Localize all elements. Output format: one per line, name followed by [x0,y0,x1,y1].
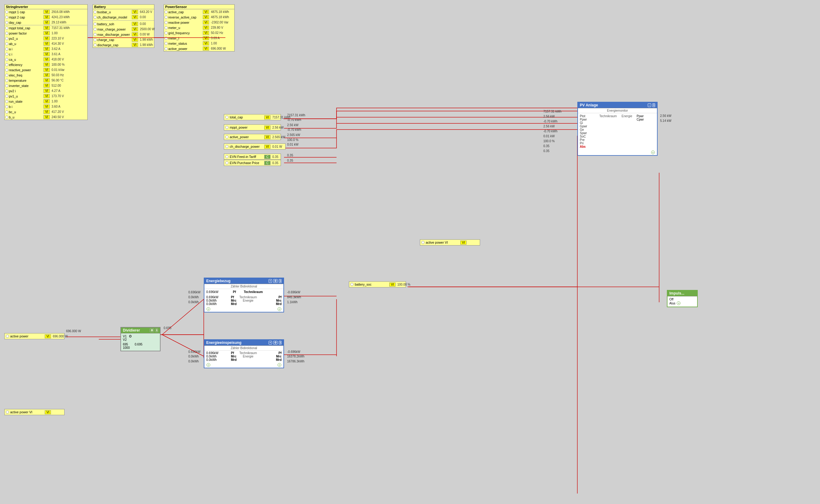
pv-wire-4: 2.56 kW [543,125,555,128]
connector-dot[interactable] [93,16,97,19]
connector-dot[interactable] [5,37,8,40]
plus-left2[interactable]: + [207,363,210,367]
connector-dot[interactable] [164,42,168,45]
pv-wire-2: 2.56 kW [543,115,555,118]
connector-dot[interactable] [5,16,8,19]
plus-left[interactable]: + [207,307,210,311]
connector-dot[interactable] [93,38,97,41]
info-icon[interactable]: ℹ [155,328,158,332]
wire-label-mppt: 2.56 kW [287,123,299,127]
energieeinspeisung-block: Energieeinspeisung + ⚙ ℹ Zähler Bidirekt… [204,339,284,368]
impuls-plus[interactable]: + [677,301,681,305]
list-item: battery_soh VI 0.00 [93,21,154,27]
dividierer-title: Dividierer ⚙ ℹ [121,328,160,333]
settings-icon2[interactable]: ⚙ [273,279,278,283]
energieeinspeisung-title: Energieeinspeisung + ⚙ ℹ [204,340,284,346]
connector-dot[interactable] [164,37,168,40]
list-item: meter_i VI 3.69 A [164,35,234,41]
ee-in-mrc: 0.0kWh [188,355,199,358]
connector-dot[interactable] [6,411,9,414]
o-label: O [129,335,131,338]
energiebezug-subtitle: Zähler Bidirektional [204,284,284,289]
connector-dot[interactable] [226,155,229,158]
connector-dot[interactable] [93,23,97,26]
info-icon3[interactable]: ℹ [279,341,282,345]
connector-dot[interactable] [5,100,8,103]
pv-wire-3: -0.70 kWh [543,120,557,123]
list-item: efficiency VI 100.00 % [5,62,87,67]
connector-dot[interactable] [93,10,97,14]
connector-dot[interactable] [5,68,8,72]
pv-wire-7: 100.0 % [543,139,555,143]
list-item: c i VI 3.61 A [5,52,87,57]
connector-dot[interactable] [5,84,8,87]
connector-dot[interactable] [5,79,8,82]
impuls-block: Impuls... Off Alus + [667,290,698,307]
input-val: 695 [123,343,130,346]
list-item: pv2_u VI 223.10 V [5,36,87,41]
connector-dot[interactable] [5,89,8,93]
connector-dot[interactable] [350,283,354,286]
eb-in-mrd: 0.0kWh [188,300,199,304]
connector-dot[interactable] [226,135,229,138]
connector-dot[interactable] [5,53,8,56]
connector-dot[interactable] [164,21,168,24]
connector-dot[interactable] [5,27,8,30]
connector-dot[interactable] [5,110,8,114]
info-icon4[interactable]: ℹ [652,103,655,107]
connector-dot[interactable] [164,47,168,50]
connector-dot[interactable] [226,116,229,119]
connector-dot[interactable] [5,63,8,66]
plus-right2[interactable]: + [278,363,281,367]
wire-label-mppt2: -0.70 kWh [287,118,301,122]
connector-dot[interactable] [5,42,8,45]
list-item: power factor VI 1.00 [5,31,87,36]
connector-dot[interactable] [5,32,8,35]
pv-plus[interactable]: + [651,151,655,154]
connector-dot[interactable] [93,28,97,31]
connector-dot[interactable] [5,105,8,108]
settings-icon3[interactable]: ⚙ [273,341,278,345]
plus-icon[interactable]: + [269,279,272,283]
active-power-vi-right-node: active power VI VI [420,239,480,246]
connector-dot[interactable] [5,10,8,14]
circle-icon[interactable]: ○ [648,103,651,107]
connector-dot[interactable] [164,16,168,19]
battery-title: Battery [93,5,154,9]
connector-dot[interactable] [5,21,8,24]
connector-dot[interactable] [164,10,168,14]
main-canvas: StringInverter mppt 1 cap VI 2916.08 kWh… [0,0,820,504]
evn-feed-node: EVN Feed-in Tariff C 0.35 [224,154,281,160]
connector-dot[interactable] [93,33,97,36]
connector-dot[interactable] [5,116,8,119]
ee-out-mrc: 16378.2kWh [287,355,304,358]
settings-icon[interactable]: ⚙ [150,328,154,332]
connector-dot[interactable] [164,26,168,29]
connector-dot[interactable] [5,74,8,77]
ch-discharge-power-node: ch_discharge_power VI 0.01 W [224,143,286,150]
connector-dot[interactable] [421,241,424,244]
info-icon2[interactable]: ℹ [279,279,282,283]
connector-dot[interactable] [226,161,229,164]
connector-dot[interactable] [5,95,8,98]
connector-dot[interactable] [5,58,8,61]
alus-label: Alus [669,302,675,305]
wire-layer2 [0,0,820,504]
impuls-title: Impuls... [668,291,697,296]
plus-icon3[interactable]: + [269,341,272,345]
wire-label-active: 2.565 kW [287,133,300,137]
connector-dot[interactable] [164,31,168,35]
list-item: ca_u VI 418.00 V [5,57,87,62]
list-item: discharge_cap VI 1.98 kWh [93,42,154,48]
ee-out-mrd: 16786.3kWh [287,360,304,363]
active-power-vi-node: active_power VI 2.565 kW [224,134,281,140]
total-cap-node: total_cap VI 7157.31 kWh [224,114,281,120]
list-item: max_charge_power VI 2500.00 W [93,27,154,32]
list-item: meter_u VI 239.80 V [164,25,234,30]
connector-dot[interactable] [226,145,229,148]
plus-right[interactable]: + [278,307,281,311]
connector-dot[interactable] [93,43,97,47]
connector-dot[interactable] [226,126,229,129]
connector-dot[interactable] [6,335,9,338]
connector-dot[interactable] [5,48,8,51]
